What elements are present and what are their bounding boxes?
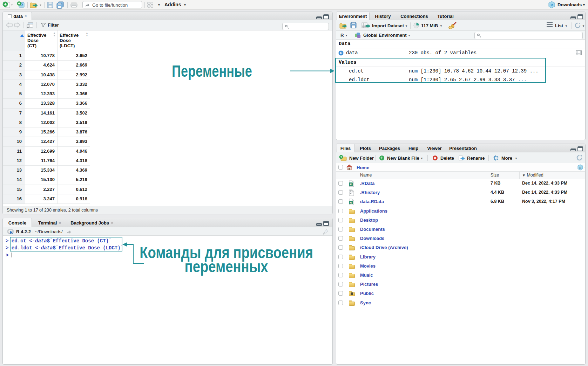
svg-text:R: R: [579, 166, 582, 170]
svg-text:R: R: [550, 3, 553, 7]
svg-text:R: R: [350, 183, 352, 186]
svg-text:R: R: [350, 201, 352, 204]
svg-text:R: R: [9, 229, 13, 235]
